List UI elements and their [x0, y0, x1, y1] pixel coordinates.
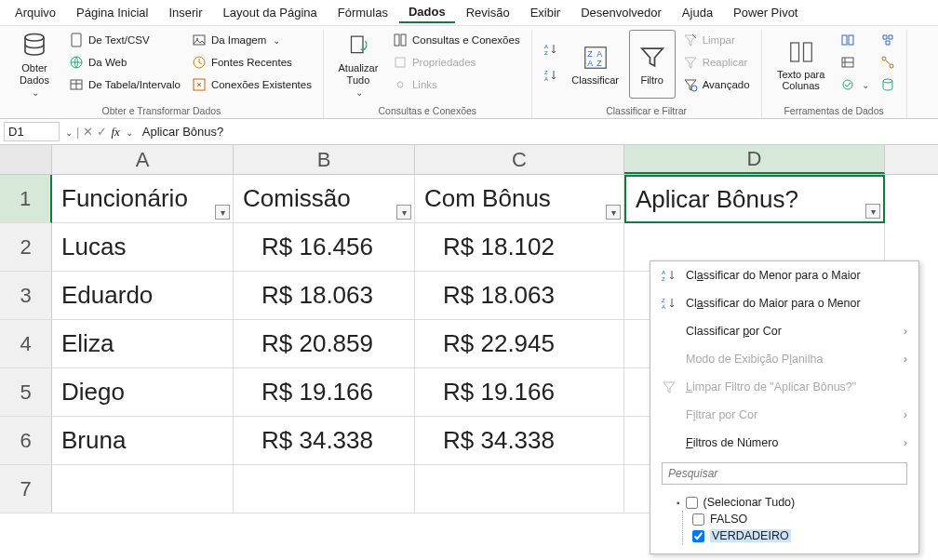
sort-color-item[interactable]: Classificar por Cor › — [650, 317, 918, 345]
col-header-b[interactable]: B — [234, 145, 415, 174]
name-box-dropdown[interactable] — [63, 125, 73, 139]
row-header-2[interactable]: 2 — [0, 223, 52, 272]
file-icon — [69, 33, 84, 47]
row-header-3[interactable]: 3 — [0, 272, 52, 320]
cell-a6[interactable]: Bruna — [52, 417, 234, 465]
obter-dados-button[interactable]: Obter Dados — [7, 30, 61, 99]
cell-b4[interactable]: R$ 20.859 — [234, 320, 415, 368]
menu-ajuda[interactable]: Ajuda — [673, 3, 722, 22]
filter-toggle-b[interactable] — [396, 205, 411, 220]
consolidate-button[interactable] — [877, 30, 899, 50]
limpar-button[interactable]: Limpar — [679, 30, 754, 50]
data-model-button[interactable] — [877, 74, 899, 95]
cell-c7[interactable] — [415, 465, 624, 513]
fontes-recentes-button[interactable]: Fontes Recentes — [188, 52, 315, 73]
svg-text:A: A — [662, 304, 665, 310]
menu-power-pivot[interactable]: Power Pivot — [724, 3, 807, 22]
texto-colunas-button[interactable]: Texto para Colunas — [770, 30, 833, 99]
row-header-4[interactable]: 4 — [0, 320, 52, 368]
cell-c6[interactable]: R$ 34.338 — [415, 417, 624, 465]
check-verdadeiro[interactable]: VERDADEIRO — [692, 527, 904, 544]
cell-c2[interactable]: R$ 18.102 — [415, 223, 624, 272]
menu-exibir[interactable]: Exibir — [521, 3, 570, 22]
cell-c1[interactable]: Com Bônus — [415, 175, 624, 223]
row-header-7[interactable]: 7 — [0, 465, 52, 513]
cell-c5[interactable]: R$ 19.166 — [415, 368, 624, 417]
avancado-button[interactable]: Avançado — [679, 74, 754, 95]
row-header-5[interactable]: 5 — [0, 368, 52, 417]
menu-inserir[interactable]: Inserir — [159, 3, 211, 22]
formula-input[interactable]: Aplicar Bônus? — [137, 123, 934, 140]
conexoes-existentes-button[interactable]: Conexões Existentes — [188, 74, 315, 95]
menu-arquivo[interactable]: Arquivo — [6, 3, 65, 22]
cell-b1[interactable]: Comissão — [234, 175, 415, 223]
sheet-view-item: Modo de Exibição Planilha › — [650, 345, 918, 373]
classificar-button[interactable]: ZAAZ Classificar — [566, 30, 625, 99]
svg-rect-23 — [842, 35, 847, 45]
menu-pagina-inicial[interactable]: Página Inicial — [67, 3, 157, 22]
atualizar-tudo-button[interactable]: Atualizar Tudo — [331, 30, 385, 99]
confirm-icon[interactable]: ✓ — [97, 125, 107, 139]
checkbox-falso[interactable] — [692, 513, 704, 526]
menu-revisao[interactable]: Revisão — [457, 3, 519, 22]
col-header-a[interactable]: A — [52, 145, 234, 174]
cell-b5[interactable]: R$ 19.166 — [234, 368, 415, 417]
cancel-icon[interactable]: ✕ — [83, 125, 93, 139]
data-validation-button[interactable] — [837, 74, 873, 95]
sort-asc-button[interactable]: AZ — [540, 39, 562, 60]
ribbon-group-consultas: Atualizar Tudo Consultas e Conexões Prop… — [324, 30, 532, 118]
sort-desc-item[interactable]: ZA Classificar do Maior para o Menor — [650, 289, 918, 317]
cell-a5[interactable]: Diego — [52, 368, 234, 417]
links-button[interactable]: Links — [389, 74, 524, 95]
sort-asc-item[interactable]: AZ Classificar do Menor para o Maior — [650, 261, 918, 289]
column-headers: A B C D — [0, 145, 938, 175]
cell-b2[interactable]: R$ 16.456 — [234, 223, 415, 272]
reaplicar-button[interactable]: Reaplicar — [679, 52, 754, 73]
da-imagem-button[interactable]: Da Imagem — [188, 30, 315, 50]
relationships-button[interactable] — [877, 52, 899, 73]
cell-a1[interactable]: Funcionário — [52, 175, 234, 223]
fx-icon[interactable]: fx — [111, 125, 119, 140]
checkbox-verdadeiro[interactable] — [692, 530, 704, 542]
filter-toggle-d[interactable] — [865, 204, 880, 219]
remove-dup-button[interactable] — [837, 52, 873, 73]
de-text-csv-button[interactable]: De Text/CSV — [65, 30, 184, 50]
fx-dropdown[interactable] — [124, 125, 133, 139]
cell-a4[interactable]: Eliza — [52, 320, 234, 368]
row-header-6[interactable]: 6 — [0, 417, 52, 465]
check-select-all[interactable]: ▪(Selecionar Tudo) — [677, 494, 904, 511]
cell-b6[interactable]: R$ 34.338 — [234, 417, 415, 465]
de-tabela-button[interactable]: De Tabela/Intervalo — [65, 74, 184, 95]
cell-d1[interactable]: Aplicar Bônus? — [624, 175, 885, 223]
cell-c4[interactable]: R$ 22.945 — [415, 320, 624, 368]
sort-desc-button[interactable]: ZA — [540, 65, 562, 86]
cell-a2[interactable]: Lucas — [52, 223, 234, 272]
menu-formulas[interactable]: Fórmulas — [328, 3, 397, 22]
cell-c3[interactable]: R$ 18.063 — [415, 272, 624, 320]
consultas-conexoes-button[interactable]: Consultas e Conexões — [389, 30, 524, 50]
advanced-icon — [683, 77, 698, 92]
cell-b3[interactable]: R$ 18.063 — [234, 272, 415, 320]
cell-b7[interactable] — [234, 465, 415, 513]
flashfill-button[interactable] — [837, 30, 873, 50]
tree-toggle-icon[interactable]: ▪ — [677, 498, 680, 508]
row-header-1[interactable]: 1 — [0, 175, 52, 223]
col-header-c[interactable]: C — [415, 145, 624, 174]
filter-toggle-c[interactable] — [606, 205, 621, 220]
filter-search-input[interactable] — [662, 462, 907, 485]
select-all-corner[interactable] — [0, 145, 52, 174]
name-box[interactable]: D1 — [4, 122, 60, 141]
menu-dados[interactable]: Dados — [399, 2, 455, 23]
filter-toggle-a[interactable] — [215, 205, 230, 220]
checkbox-select-all[interactable] — [686, 497, 698, 509]
col-header-d[interactable]: D — [624, 145, 885, 174]
check-falso[interactable]: FALSO — [692, 511, 904, 527]
cell-a7[interactable] — [52, 465, 234, 513]
da-web-button[interactable]: Da Web — [65, 52, 184, 73]
menu-desenvolvedor[interactable]: Desenvolvedor — [571, 3, 671, 22]
cell-a3[interactable]: Eduardo — [52, 272, 234, 320]
filtro-button[interactable]: Filtro — [629, 30, 676, 99]
num-filters-item[interactable]: Filtros de Número › — [650, 429, 918, 457]
menu-layout[interactable]: Layout da Página — [214, 3, 327, 22]
propriedades-button[interactable]: Propriedades — [389, 52, 524, 73]
